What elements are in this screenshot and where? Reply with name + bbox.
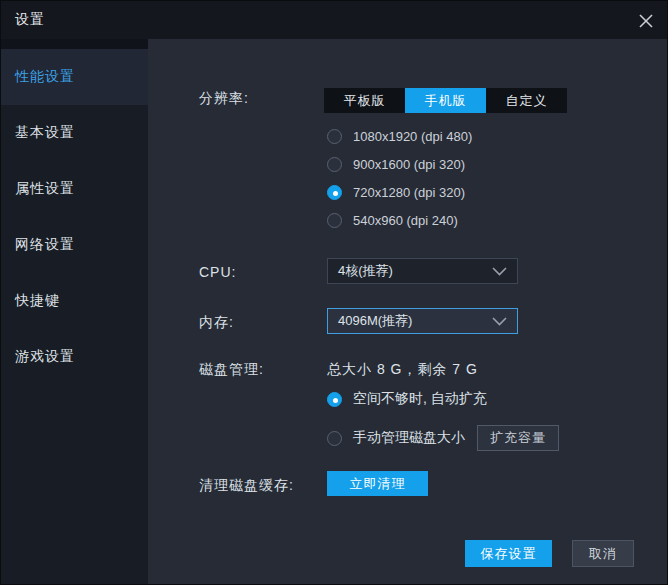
window-title: 设置 bbox=[15, 11, 45, 29]
memory-dropdown[interactable]: 4096M(推荐) bbox=[327, 308, 518, 334]
radio-selected-icon[interactable] bbox=[327, 185, 342, 200]
resolution-options: 1080x1920 (dpi 480) 900x1600 (dpi 320) 7… bbox=[327, 122, 472, 234]
expand-capacity-button[interactable]: 扩充容量 bbox=[477, 425, 559, 451]
radio-label: 空间不够时, 自动扩充 bbox=[353, 390, 487, 408]
cpu-label: CPU: bbox=[199, 264, 236, 280]
cpu-dropdown[interactable]: 4核(推荐) bbox=[327, 258, 518, 284]
radio-icon[interactable] bbox=[327, 157, 342, 172]
radio-selected-icon[interactable] bbox=[327, 392, 342, 407]
titlebar: 设置 bbox=[1, 1, 668, 39]
sidebar-item-label: 基本设置 bbox=[15, 124, 75, 142]
sidebar-item-network[interactable]: 网络设置 bbox=[1, 217, 148, 273]
resolution-option-1080x1920[interactable]: 1080x1920 (dpi 480) bbox=[327, 122, 472, 150]
cpu-dropdown-value: 4核(推荐) bbox=[338, 262, 492, 280]
disk-summary: 总大小 8 G，剩余 7 G bbox=[327, 361, 478, 379]
tab-phone[interactable]: 手机版 bbox=[405, 88, 486, 113]
memory-label: 内存: bbox=[199, 314, 234, 332]
clean-now-button[interactable]: 立即清理 bbox=[327, 471, 428, 496]
resolution-option-900x1600[interactable]: 900x1600 (dpi 320) bbox=[327, 150, 472, 178]
memory-dropdown-value: 4096M(推荐) bbox=[338, 312, 492, 330]
sidebar-item-hotkey[interactable]: 快捷键 bbox=[1, 273, 148, 329]
tab-label: 平板版 bbox=[344, 92, 386, 110]
sidebar: 性能设置 基本设置 属性设置 网络设置 快捷键 游戏设置 bbox=[1, 39, 148, 585]
radio-icon[interactable] bbox=[327, 213, 342, 228]
tab-label: 手机版 bbox=[425, 92, 467, 110]
resolution-option-720x1280[interactable]: 720x1280 (dpi 320) bbox=[327, 178, 472, 206]
tab-custom[interactable]: 自定义 bbox=[486, 88, 567, 113]
settings-window: 设置 性能设置 基本设置 属性设置 网络设置 快捷键 游戏设置 分辨率: bbox=[0, 0, 668, 585]
disk-option-auto-expand[interactable]: 空间不够时, 自动扩充 bbox=[327, 391, 487, 407]
sidebar-top-spacer bbox=[1, 39, 148, 49]
tab-label: 自定义 bbox=[506, 92, 548, 110]
tab-tablet[interactable]: 平板版 bbox=[324, 88, 405, 113]
radio-icon[interactable] bbox=[327, 431, 342, 446]
sidebar-item-label: 快捷键 bbox=[15, 292, 60, 310]
disk-label: 磁盘管理: bbox=[199, 361, 264, 379]
sidebar-item-label: 游戏设置 bbox=[15, 348, 75, 366]
radio-label: 1080x1920 (dpi 480) bbox=[353, 129, 472, 144]
sidebar-item-basic[interactable]: 基本设置 bbox=[1, 105, 148, 161]
sidebar-item-label: 属性设置 bbox=[15, 180, 75, 198]
radio-label: 900x1600 (dpi 320) bbox=[353, 157, 465, 172]
radio-icon[interactable] bbox=[327, 129, 342, 144]
resolution-tabbar: 平板版 手机版 自定义 bbox=[324, 88, 567, 113]
disk-option-manual[interactable]: 手动管理磁盘大小 扩充容量 bbox=[327, 425, 559, 451]
save-settings-button[interactable]: 保存设置 bbox=[465, 540, 552, 567]
sidebar-item-game[interactable]: 游戏设置 bbox=[1, 329, 148, 385]
resolution-label: 分辨率: bbox=[199, 90, 249, 108]
radio-label: 540x960 (dpi 240) bbox=[353, 213, 458, 228]
sidebar-item-property[interactable]: 属性设置 bbox=[1, 161, 148, 217]
radio-label: 手动管理磁盘大小 bbox=[353, 429, 465, 447]
close-icon[interactable] bbox=[635, 10, 657, 32]
radio-label: 720x1280 (dpi 320) bbox=[353, 185, 465, 200]
resolution-option-540x960[interactable]: 540x960 (dpi 240) bbox=[327, 206, 472, 234]
sidebar-item-label: 性能设置 bbox=[15, 68, 75, 86]
cache-label: 清理磁盘缓存: bbox=[199, 477, 294, 495]
sidebar-item-label: 网络设置 bbox=[15, 236, 75, 254]
sidebar-item-performance[interactable]: 性能设置 bbox=[1, 49, 148, 105]
chevron-down-icon bbox=[492, 317, 507, 326]
cancel-button[interactable]: 取消 bbox=[572, 540, 634, 567]
chevron-down-icon bbox=[492, 267, 507, 276]
